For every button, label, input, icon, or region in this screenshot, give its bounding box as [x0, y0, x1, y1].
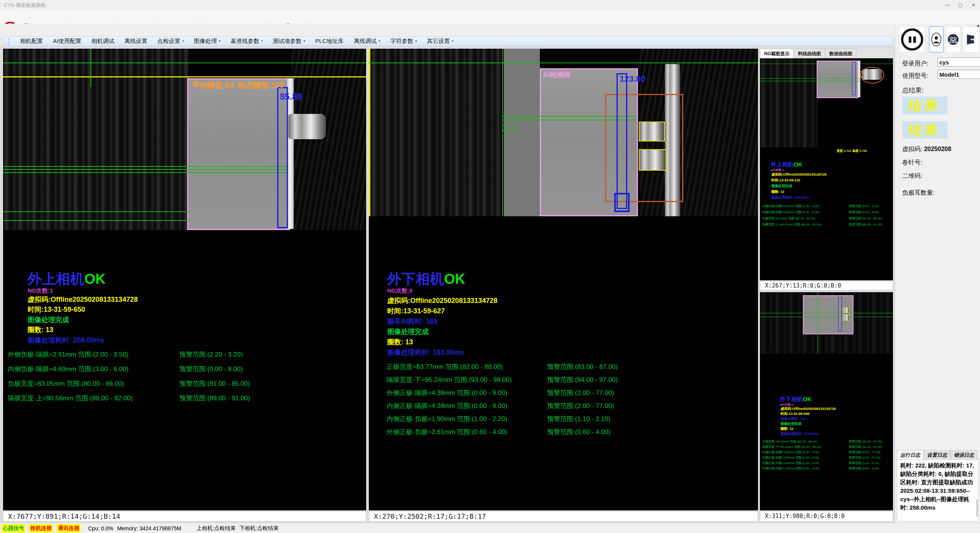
mini-size-label: 宽度:1.721 高度:1.751	[837, 149, 867, 153]
tab-material-curve[interactable]: 料线曲线图	[794, 49, 825, 58]
app-window: CYS-视觉检测系统 — ▢ ✕ 系统配置 相机配置 通讯配置 IO卡配置 光源…	[0, 0, 980, 533]
tab-detect-yellow-box	[639, 149, 666, 171]
upper-camera-view[interactable]: 平均阈值:93, 动态阈值:100 85.88 外上相机OK NG次数:1 虚拟…	[3, 49, 366, 510]
tool-ai-use-config[interactable]: AI使用配置	[53, 38, 81, 45]
toolbar: 相机配置 AI使用配置 相机调试 离线设置 点检设置 图像处理 基准线参数 测试…	[3, 36, 893, 46]
tool-camera-debug[interactable]: 相机调试	[91, 38, 114, 45]
mini-result-title: 外上相机OK	[771, 161, 802, 168]
tool-offline-settings[interactable]: 离线设置	[124, 38, 147, 45]
mini-result-ok: OK	[794, 161, 802, 168]
virtual-code-line: 虚拟码:Offline20250208133134728	[28, 295, 138, 304]
warn-range: 预警范围:(0.60 - 4.00)	[547, 428, 610, 436]
users-group-icon	[947, 34, 959, 45]
mini-measurement-row: 内侧负极-隔膜=4.68mm 范围:(3.00 - 6.00) 预警范围:(0.…	[760, 210, 893, 216]
log-scrollbar[interactable]	[977, 499, 978, 517]
ng-thumb1-coords: X:267;Y:13;R:0;G:0;B:0	[760, 281, 893, 290]
tool-char-params[interactable]: 字符参数	[390, 38, 417, 45]
minimize-icon[interactable]: —	[941, 0, 954, 10]
mini-measurement-row: 外侧正极-隔膜=3.66mm 范围:(0.00 - 9.00) 预警范围:(2.…	[760, 450, 893, 455]
reference-line	[369, 63, 758, 63]
electrode-tab-part	[288, 114, 326, 139]
measurement-value: 负极宽度=83.05mm 范围:(80.00 - 86.00)	[8, 379, 124, 388]
view-tab-row: 运行图像	[0, 24, 980, 36]
model-field[interactable]	[937, 70, 980, 79]
tool-plc-address-lib[interactable]: PLC地址库	[315, 38, 344, 45]
mini-yellow-box	[843, 314, 850, 321]
maximize-icon[interactable]: ▢	[954, 0, 967, 10]
turns-line: 圈数: 13	[28, 325, 53, 334]
mini-time-line: 时间:13-31-59-546	[781, 411, 809, 416]
memory-usage: Memory: 3424.41796875M	[117, 525, 181, 531]
mini-measure-line	[760, 313, 893, 313]
mini-done-line: 图像处理完成	[771, 184, 792, 189]
user-login-button[interactable]	[929, 26, 944, 53]
measurement-row: 隔膜宽度-下=95.24mm 范围:(93.00 - 98.00) 预警范围:(…	[369, 375, 758, 388]
lower-camera-view[interactable]: AI检测框 123.80 外下相机OK NG次数:0 虚拟码:Offline20…	[369, 49, 758, 510]
warn-range: 预警范围:(81.00 - 85.00)	[179, 379, 250, 388]
measure-line	[3, 172, 287, 173]
tool-spot-check-settings[interactable]: 点检设置	[157, 38, 184, 45]
tab-ng-screenshot[interactable]: NG截图显示	[760, 49, 794, 58]
virtual-code-value: 20250208	[924, 146, 951, 152]
measurement-row: 外侧负极-隔膜=2.91mm 范围:(2.00 - 3.50) 预警范围:(2.…	[3, 350, 366, 365]
user-manage-button[interactable]	[946, 26, 960, 53]
detection-roi-box	[187, 78, 290, 230]
ng-thumbnail-upper[interactable]: 宽度:1.721 高度:1.751 外上相机OK NG次数:1 虚拟码:Offl…	[760, 58, 893, 280]
tool-image-processing[interactable]: 图像处理	[194, 38, 221, 45]
window-title: CYS-视觉检测系统	[4, 2, 46, 9]
measure-line	[3, 211, 189, 212]
exit-button[interactable]	[963, 26, 980, 53]
tab-error-log[interactable]: 错误日志	[950, 450, 977, 459]
camera-link-indicator: 相机连接	[29, 524, 53, 533]
reference-line	[3, 63, 366, 63]
measurement-value: 内侧正极-负极=1.90mm 范围:(1.00 - 2.20)	[386, 415, 507, 423]
status-bar: 心跳信号 相机连接 通讯连接 Cpu: 0.0% Memory: 3424.41…	[0, 523, 980, 533]
mini-turns-line: 圈数: 12	[771, 189, 784, 194]
tool-baseline-params[interactable]: 基准线参数	[230, 38, 263, 45]
warn-range: 预警范围:(94.00 - 97.00)	[547, 375, 618, 384]
reference-line	[90, 49, 91, 87]
lower-camera-status: 下相机:点检结束	[240, 525, 279, 532]
baseline-yellow-line	[369, 49, 370, 216]
pause-button[interactable]	[899, 26, 925, 53]
measurement-row: 外侧正极-隔膜=4.38mm 范围:(0.00 - 9.00) 预警范围:(2.…	[369, 388, 758, 401]
mini-measurement-row: 隔膜宽度-下=95.10mm 范围:(93.00 - 98.00) 预警范围:(…	[760, 445, 893, 450]
tool-camera-config[interactable]: 相机配置	[20, 38, 43, 45]
mini-camera-name: 外上相机	[771, 161, 794, 168]
mini-defect-ellipse	[860, 67, 884, 84]
threshold-overlay-label: 平均阈值:93, 动态阈值:100	[192, 80, 284, 90]
turns-line: 圈数: 13	[387, 337, 413, 347]
menu-bar: 系统配置 相机配置 通讯配置 IO卡配置 光源控制配置 查看 系统语言切换	[0, 10, 980, 24]
mini-measure-line	[760, 81, 860, 81]
mini-result-ok: OK	[803, 396, 812, 402]
measurement-row: 正极宽度=83.77mm 范围:(82.00 - 88.00) 预警范围:(83…	[369, 362, 758, 375]
measure-value-label: 123.80	[620, 74, 645, 84]
tab-run-log[interactable]: 运行日志	[897, 450, 924, 459]
upper-camera-coords: X:7677;Y:891;R:14;G:14;B:14	[3, 511, 366, 521]
title-bar: CYS-视觉检测系统 — ▢ ✕	[0, 0, 980, 10]
tool-other-settings[interactable]: 其它设置	[427, 38, 454, 45]
ng-thumbnail-lower[interactable]: 外下相机OK NG次数:0 虚拟码:Offline202502081331347…	[760, 292, 893, 510]
close-icon[interactable]: ✕	[967, 0, 980, 10]
tab-settings-log[interactable]: 设置日志	[924, 450, 950, 459]
mini-edge-band	[858, 61, 860, 97]
login-user-field[interactable]	[937, 58, 980, 67]
negative-tab-count-label: 负极耳数量:	[902, 189, 934, 197]
pause-icon	[901, 28, 923, 51]
measurement-row: 内侧正极-隔膜=4.38mm 范围:(0.00 - 9.00) 预警范围:(2.…	[369, 401, 758, 415]
ng-count: NG次数:0	[387, 287, 413, 294]
process-done-line: 图像处理完成	[387, 327, 429, 336]
tab-data-curve[interactable]: 数据曲线图	[825, 49, 857, 58]
tool-offline-debug[interactable]: 离线调试	[354, 38, 381, 45]
result-badge-lower: 结果	[902, 121, 947, 139]
measure-line	[502, 130, 519, 131]
measure-line	[502, 125, 519, 126]
mini-elapsed-line: 图像处理耗时: 246.00ms	[771, 195, 810, 200]
camera-name: 外上相机	[28, 271, 84, 287]
camera-image-texture	[291, 49, 366, 230]
mini-time-line: 时间:13-31-59-132	[771, 178, 800, 183]
measure-blue-box	[277, 87, 288, 228]
measurement-value: 正极宽度=83.77mm 范围:(82.00 - 88.00)	[386, 362, 503, 371]
tool-test-item-params[interactable]: 测试项参数	[273, 38, 306, 45]
mini-elapsed-line: 图像处理耗时: 219.00ms	[781, 431, 819, 436]
